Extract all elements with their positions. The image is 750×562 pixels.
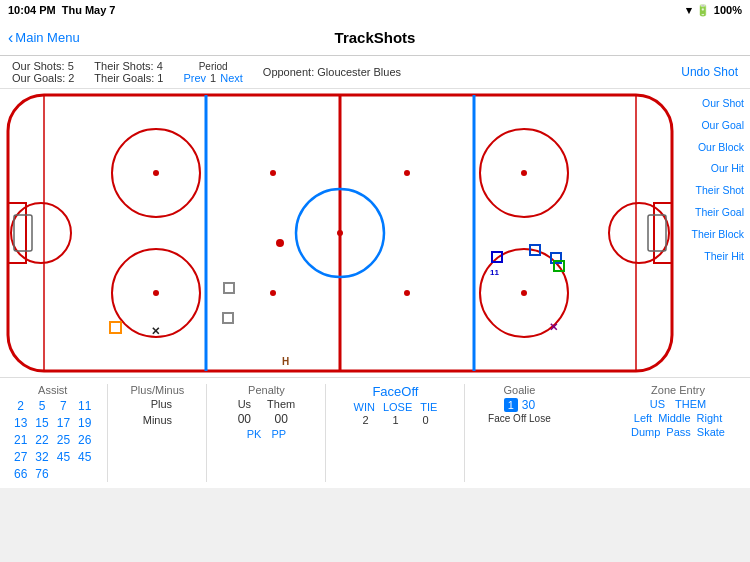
zone-entry-types: Dump Pass Skate bbox=[631, 426, 725, 438]
zone-right-button[interactable]: Right bbox=[697, 412, 723, 424]
zone-pass-button[interactable]: Pass bbox=[666, 426, 690, 438]
rink-container: ✕ H H 11 ✕ bbox=[0, 89, 680, 377]
legend-panel: Our Shot Our Goal Our Block Our Hit Thei… bbox=[680, 89, 750, 377]
assist-7[interactable]: 7 bbox=[55, 398, 72, 414]
opponent-label: Opponent: Gloucester Blues bbox=[263, 66, 401, 78]
legend-their-goal[interactable]: Their Goal bbox=[682, 202, 748, 223]
assist-45b[interactable]: 45 bbox=[76, 449, 93, 465]
divider-2 bbox=[206, 384, 207, 482]
their-goals: Their Goals: 1 bbox=[94, 72, 163, 84]
zone-left-button[interactable]: Left bbox=[634, 412, 652, 424]
faceoff-options: WIN LOSE TIE bbox=[354, 401, 438, 413]
penalty-us-val: 00 bbox=[238, 412, 251, 426]
battery-level: 100% bbox=[714, 4, 742, 16]
their-stats: Their Shots: 4 Their Goals: 1 bbox=[94, 60, 163, 84]
divider-3 bbox=[325, 384, 326, 482]
our-stats: Our Shots: 5 Our Goals: 2 bbox=[12, 60, 74, 84]
pm-row: Plus Minus bbox=[143, 398, 172, 426]
legend-our-block[interactable]: Our Block bbox=[682, 137, 748, 158]
bottom-panel: Assist 2 5 7 11 13 15 17 19 21 22 25 26 … bbox=[0, 377, 750, 488]
penalty-sub: PK PP bbox=[247, 428, 286, 440]
assist-26[interactable]: 26 bbox=[76, 432, 93, 448]
svg-point-22 bbox=[404, 170, 410, 176]
penalty-us-label: Us bbox=[238, 398, 251, 410]
assist-title: Assist bbox=[38, 384, 67, 396]
assist-27[interactable]: 27 bbox=[12, 449, 29, 465]
assist-66[interactable]: 66 bbox=[12, 466, 29, 482]
minus-label: Minus bbox=[143, 414, 172, 426]
divider-1 bbox=[107, 384, 108, 482]
zone-entry-sides: Left Middle Right bbox=[634, 412, 722, 424]
prev-button[interactable]: Prev bbox=[183, 72, 206, 84]
svg-point-20 bbox=[270, 170, 276, 176]
pm-labels: Plus Minus bbox=[143, 398, 172, 426]
faceoff-lose-val: 1 bbox=[384, 414, 406, 426]
assist-25[interactable]: 25 bbox=[55, 432, 72, 448]
faceoff-title[interactable]: FaceOff bbox=[372, 384, 418, 399]
period-label: Period bbox=[199, 61, 228, 72]
assist-13[interactable]: 13 bbox=[12, 415, 29, 431]
goalie-faceoff-label: Face Off Lose bbox=[488, 413, 551, 424]
rink-svg[interactable]: ✕ H H 11 ✕ bbox=[6, 93, 674, 373]
penalty-title: Penalty bbox=[248, 384, 285, 396]
stats-bar: Our Shots: 5 Our Goals: 2 Their Shots: 4… bbox=[0, 56, 750, 89]
penalty-us-col: Us 00 bbox=[238, 398, 251, 426]
assist-32[interactable]: 32 bbox=[33, 449, 50, 465]
back-button[interactable]: ‹ Main Menu bbox=[8, 29, 80, 47]
plus-label: Plus bbox=[151, 398, 172, 410]
svg-point-15 bbox=[521, 170, 527, 176]
penalty-them-val: 00 bbox=[274, 412, 287, 426]
our-goals: Our Goals: 2 bbox=[12, 72, 74, 84]
assist-45a[interactable]: 45 bbox=[55, 449, 72, 465]
penalty-header: Us 00 Them 00 bbox=[238, 398, 296, 426]
status-time: 10:04 PM bbox=[8, 4, 56, 16]
goalie-alt[interactable]: 30 bbox=[522, 398, 535, 412]
period-number: 1 bbox=[210, 72, 216, 84]
faceoff-tie[interactable]: TIE bbox=[420, 401, 437, 413]
faceoff-section: FaceOff WIN LOSE TIE 2 1 0 bbox=[340, 384, 450, 426]
svg-point-21 bbox=[270, 290, 276, 296]
legend-their-block[interactable]: Their Block bbox=[682, 224, 748, 245]
assist-15[interactable]: 15 bbox=[33, 415, 50, 431]
svg-text:✕: ✕ bbox=[151, 325, 160, 337]
penalty-them-label: Them bbox=[267, 398, 295, 410]
legend-their-shot[interactable]: Their Shot bbox=[682, 180, 748, 201]
faceoff-win[interactable]: WIN bbox=[354, 401, 375, 413]
legend-our-shot[interactable]: Our Shot bbox=[682, 93, 748, 114]
back-label: Main Menu bbox=[15, 30, 79, 45]
legend-their-hit[interactable]: Their Hit bbox=[682, 246, 748, 267]
pk-button[interactable]: PK bbox=[247, 428, 262, 440]
assist-76[interactable]: 76 bbox=[33, 466, 50, 482]
assist-21[interactable]: 21 bbox=[12, 432, 29, 448]
faceoff-lose[interactable]: LOSE bbox=[383, 401, 412, 413]
pp-button[interactable]: PP bbox=[271, 428, 286, 440]
back-arrow-icon: ‹ bbox=[8, 29, 13, 47]
assist-11[interactable]: 11 bbox=[76, 398, 93, 414]
zone-middle-button[interactable]: Middle bbox=[658, 412, 690, 424]
our-shots: Our Shots: 5 bbox=[12, 60, 74, 72]
zone-skate-button[interactable]: Skate bbox=[697, 426, 725, 438]
rink-wrapper[interactable]: ✕ H H 11 ✕ bbox=[6, 93, 674, 373]
legend-our-hit[interactable]: Our Hit bbox=[682, 158, 748, 179]
assist-5[interactable]: 5 bbox=[33, 398, 50, 414]
assist-2[interactable]: 2 bbox=[12, 398, 29, 414]
legend-our-goal[interactable]: Our Goal bbox=[682, 115, 748, 136]
svg-point-11 bbox=[153, 170, 159, 176]
zone-entry-section: Zone Entry US THEM Left Middle Right Dum… bbox=[618, 384, 738, 438]
wifi-icon: ▾ bbox=[686, 4, 692, 17]
period-section: Period Prev 1 Next bbox=[183, 61, 242, 84]
status-bar: 10:04 PM Thu May 7 ▾ 🔋 100% bbox=[0, 0, 750, 20]
assist-17[interactable]: 17 bbox=[55, 415, 72, 431]
assist-22[interactable]: 22 bbox=[33, 432, 50, 448]
zone-them-button[interactable]: THEM bbox=[675, 398, 706, 410]
goalie-active[interactable]: 1 bbox=[504, 398, 518, 412]
undo-button[interactable]: Undo Shot bbox=[681, 65, 738, 79]
assist-section: Assist 2 5 7 11 13 15 17 19 21 22 25 26 … bbox=[12, 384, 93, 482]
svg-point-31 bbox=[276, 239, 284, 247]
assist-19[interactable]: 19 bbox=[76, 415, 93, 431]
next-button[interactable]: Next bbox=[220, 72, 243, 84]
faceoff-tie-val: 0 bbox=[414, 414, 436, 426]
zone-dump-button[interactable]: Dump bbox=[631, 426, 660, 438]
svg-text:H: H bbox=[282, 356, 289, 367]
zone-us-button[interactable]: US bbox=[650, 398, 665, 410]
